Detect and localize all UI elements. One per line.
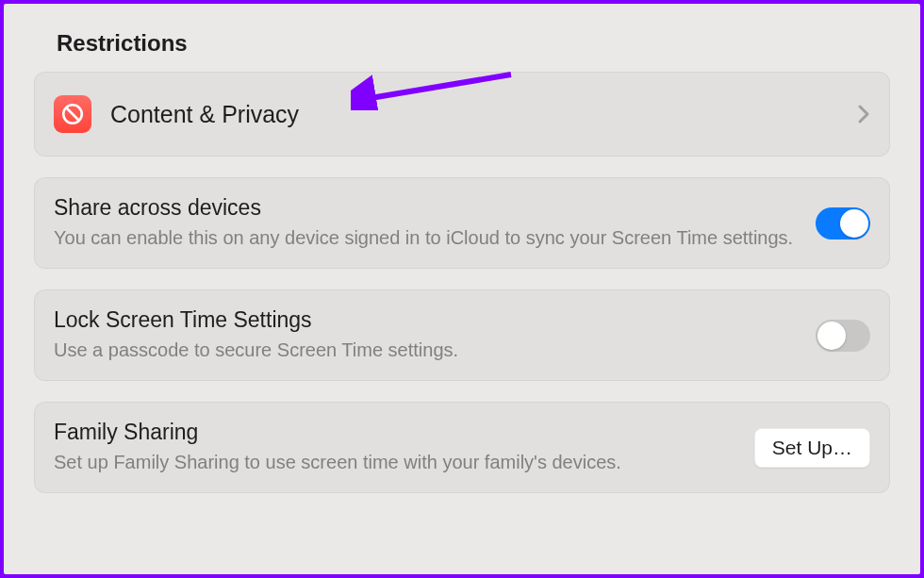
- prohibit-icon: [54, 95, 91, 133]
- lock-screen-time-title: Lock Screen Time Settings: [54, 307, 800, 333]
- lock-screen-time-description: Use a passcode to secure Screen Time set…: [54, 338, 800, 363]
- settings-window: Restrictions Content & Privacy: [4, 4, 920, 574]
- family-sharing-title: Family Sharing: [54, 420, 739, 445]
- family-sharing-setup-button[interactable]: Set Up…: [754, 428, 870, 468]
- lock-screen-time-row: Lock Screen Time Settings Use a passcode…: [34, 289, 890, 381]
- share-devices-toggle[interactable]: [816, 207, 870, 239]
- content-privacy-row[interactable]: Content & Privacy: [34, 72, 890, 157]
- annotation-arrow-icon: [351, 63, 520, 110]
- content-privacy-label: Content & Privacy: [110, 101, 299, 128]
- share-devices-title: Share across devices: [54, 195, 800, 221]
- chevron-right-icon: [857, 104, 870, 124]
- share-devices-description: You can enable this on any device signed…: [54, 225, 800, 251]
- svg-line-1: [67, 108, 79, 121]
- family-sharing-description: Set up Family Sharing to use screen time…: [54, 450, 739, 475]
- lock-screen-time-toggle[interactable]: [816, 320, 870, 352]
- share-across-devices-row: Share across devices You can enable this…: [34, 177, 890, 269]
- family-sharing-row: Family Sharing Set up Family Sharing to …: [34, 402, 890, 493]
- svg-line-3: [365, 74, 511, 99]
- restrictions-heading: Restrictions: [57, 30, 890, 57]
